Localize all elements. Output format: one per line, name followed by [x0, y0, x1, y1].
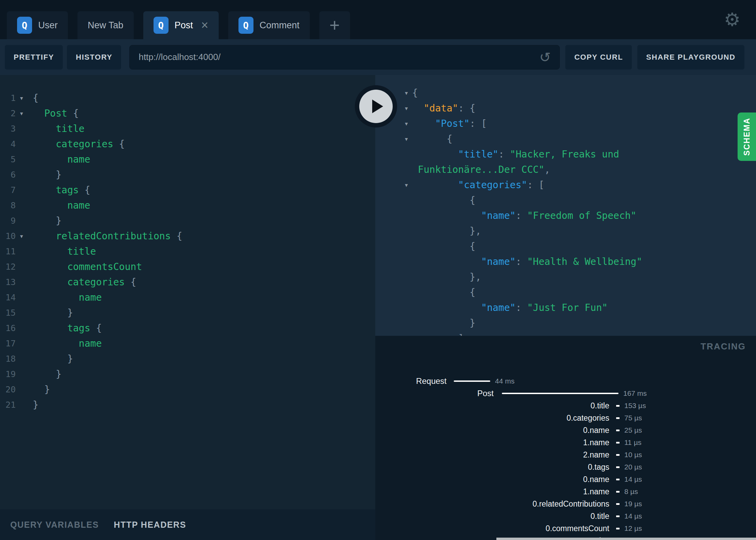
trace-label: 2.name — [375, 450, 609, 460]
editor-line: 11 title — [0, 244, 375, 259]
token — [412, 149, 458, 160]
token: , — [544, 164, 550, 175]
trace-time: 8 µs — [624, 487, 638, 496]
code-text: } — [27, 366, 61, 382]
code-text: Post { — [27, 106, 79, 121]
tab-comment[interactable]: QComment — [228, 11, 310, 39]
token: { — [171, 230, 183, 242]
token: } — [33, 215, 61, 226]
fold-arrow-icon[interactable]: ▾ — [402, 116, 411, 131]
token: }, — [412, 225, 481, 237]
token: } — [412, 317, 475, 329]
fold-arrow-icon[interactable]: ▾ — [402, 131, 411, 147]
token: name — [79, 292, 102, 303]
tab-bar: QUserNew TabQPost×QComment + — [0, 0, 756, 39]
tracing-title: TRACING — [701, 341, 746, 352]
line-number: 5 — [0, 152, 16, 167]
response-viewer[interactable]: ▾{▾ "data": {▾ "Post": [▾ { "title": "Ha… — [375, 75, 756, 336]
fold-gutter — [16, 351, 27, 366]
reload-icon[interactable]: ↻ — [539, 50, 551, 64]
fold-arrow-icon[interactable]: ▾ — [402, 101, 411, 116]
schema-tab-label: SCHEMA — [742, 118, 752, 156]
fold-gutter — [16, 152, 27, 167]
editor-line: 7 tags { — [0, 182, 375, 198]
token: { — [412, 287, 475, 298]
trace-label: 0.title — [375, 401, 609, 410]
trace-label: Request — [375, 376, 447, 386]
trace-label: 0.relatedContributions — [375, 499, 609, 509]
code-text: } — [27, 382, 50, 397]
copy-curl-button[interactable]: COPY CURL — [565, 45, 632, 70]
response-line: } — [375, 315, 756, 331]
play-icon — [372, 100, 383, 113]
settings-gear-icon[interactable]: ⚙ — [724, 10, 740, 29]
fold-gutter — [16, 259, 27, 274]
editor-line: 20 } — [0, 382, 375, 397]
tab-user[interactable]: QUser — [7, 11, 68, 39]
query-editor[interactable]: 1▾{2▾ Post {3 title4 categories {5 name6… — [0, 75, 375, 509]
duration-dash-icon — [616, 442, 620, 444]
token: } — [33, 369, 61, 380]
fold-arrow-icon[interactable]: ▾ — [402, 85, 411, 101]
response-line: "name": "Just For Fun" — [375, 300, 756, 315]
horizontal-scrollbar[interactable] — [496, 538, 756, 540]
token: { — [113, 138, 125, 150]
code-text: } — [27, 305, 73, 320]
prettify-button[interactable]: PRETTIFY — [5, 45, 63, 70]
token: { — [412, 87, 418, 99]
trace-time: 14 µs — [624, 475, 642, 483]
fold-arrow-icon[interactable]: ▾ — [16, 90, 27, 106]
history-button[interactable]: HISTORY — [67, 45, 121, 70]
fold-gutter — [16, 167, 27, 182]
editor-line: 5 name — [0, 152, 375, 167]
response-line: ▾ "data": { — [375, 101, 756, 116]
query-badge: Q — [238, 17, 253, 34]
token — [412, 118, 435, 129]
http-headers-button[interactable]: HTTP HEADERS — [114, 520, 186, 530]
line-number: 17 — [0, 336, 16, 351]
token: "Hacker, Freaks und — [510, 149, 619, 160]
share-playground-button[interactable]: SHARE PLAYGROUND — [637, 45, 744, 70]
fold-arrow-icon[interactable]: ▾ — [16, 228, 27, 244]
close-tab-icon[interactable]: × — [201, 19, 208, 31]
trace-row: Request44 ms — [375, 375, 756, 387]
token: { — [412, 195, 475, 206]
editor-line: 16 tags { — [0, 320, 375, 336]
token: { — [79, 184, 90, 196]
token — [33, 138, 56, 150]
editor-line: 3 title — [0, 121, 375, 136]
duration-bar — [502, 393, 619, 394]
execute-button[interactable] — [359, 90, 393, 123]
query-variables-button[interactable]: QUERY VARIABLES — [10, 520, 99, 530]
token: title — [67, 246, 96, 257]
token: { — [125, 276, 136, 288]
graphql-playground-window: QUserNew TabQPost×QComment + ⚙ PRETTIFY … — [0, 0, 756, 540]
endpoint-url-input[interactable]: http://localhost:4000/ ↻ — [129, 45, 560, 70]
duration-dash-icon — [616, 430, 620, 431]
line-number: 20 — [0, 382, 16, 397]
trace-row: 0.relatedContributions19 µs — [375, 498, 756, 510]
code-text: } — [27, 213, 61, 228]
duration-dash-icon — [616, 454, 620, 456]
fold-arrow-icon[interactable]: ▾ — [16, 106, 27, 121]
line-number: 6 — [0, 167, 16, 182]
new-tab-button[interactable]: + — [319, 11, 350, 39]
query-badge: Q — [17, 17, 32, 34]
schema-tab[interactable]: SCHEMA — [738, 112, 756, 161]
token: } — [33, 169, 61, 180]
code-text: categories { — [27, 274, 136, 290]
token: } — [33, 399, 39, 410]
editor-line: 18 } — [0, 351, 375, 366]
token: : [ — [527, 179, 544, 191]
response-line: "name": "Freedom of Speech" — [375, 208, 756, 223]
fold-arrow-icon[interactable]: ▾ — [402, 177, 411, 193]
response-line: ▾ { — [375, 131, 756, 147]
editor-footer: QUERY VARIABLES HTTP HEADERS — [0, 509, 375, 540]
tab-new-tab[interactable]: New Tab — [77, 11, 134, 39]
token — [33, 322, 67, 334]
tab-post[interactable]: QPost× — [143, 11, 219, 39]
trace-row: 0.name25 µs — [375, 424, 756, 436]
trace-time: 153 µs — [624, 402, 646, 410]
code-text: } — [27, 351, 73, 366]
token: categories — [67, 276, 125, 288]
